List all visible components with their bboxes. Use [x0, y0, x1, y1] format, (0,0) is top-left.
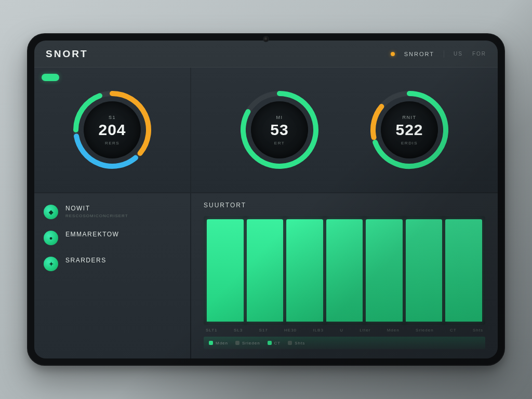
top-nav: SNRORT US For [391, 50, 486, 58]
gauge-2[interactable]: MI 53 ERT [238, 88, 321, 171]
legend-swatch-icon [235, 341, 240, 345]
nav-item-2[interactable]: For [472, 51, 486, 57]
gauge-panel-2: MI 53 ERT RNIT 522 ERDIS [191, 68, 498, 192]
dashboard-body: S1 204 RERS MI 53 ERT [34, 68, 498, 358]
axis-label: CT [450, 328, 457, 332]
screen: SNORT SNRORT US For S1 204 RERS [34, 41, 498, 358]
bar [247, 219, 284, 322]
legend-item[interactable]: Shts [288, 341, 305, 345]
chart-axis: SLT1SL3S17HE30ILB3ULtterMdenSrledenCTSht… [204, 325, 485, 332]
legend-item[interactable]: Srleden [235, 341, 260, 345]
legend-label: Mden [216, 341, 228, 345]
chart-panel: suurtort SLT1SL3S17HE30ILB3ULtterMdenSrl… [191, 193, 498, 358]
legend-swatch-icon [209, 341, 213, 345]
nav-separator [444, 50, 444, 58]
legend-item[interactable]: CT [268, 341, 281, 345]
sidebar-item-2[interactable]: ✦ SRARDERS [44, 257, 181, 271]
sidebar-item-0[interactable]: ◆ NOWIT RESCOSOMICONCRISERT [44, 205, 181, 219]
axis-label: Shts [473, 328, 483, 332]
gauge-1[interactable]: S1 204 RERS [71, 88, 154, 171]
axis-label: Mden [387, 328, 400, 332]
gauge-3[interactable]: RNIT 522 ERDIS [368, 88, 451, 171]
axis-label: S17 [259, 328, 268, 332]
axis-label: SL3 [234, 328, 243, 332]
list-icon-1: ● [44, 231, 58, 245]
tablet-device: SNORT SNRORT US For S1 204 RERS [27, 33, 505, 366]
list-icon-0: ◆ [44, 205, 58, 219]
list-text-1: Emmarektow [65, 231, 119, 240]
legend-label: Shts [295, 341, 305, 345]
brand-logo: SNORT [46, 48, 88, 60]
chart-legend: MdenSrledenCTShts [204, 337, 485, 349]
legend-item[interactable]: Mden [209, 341, 228, 345]
bar [326, 219, 363, 322]
header: SNORT SNRORT US For [34, 41, 498, 68]
list-title-2: SRARDERS [65, 257, 107, 264]
chart-area: SLT1SL3S17HE30ILB3ULtterMdenSrledenCTSht… [204, 216, 485, 349]
status-pill[interactable] [42, 74, 59, 81]
bar [207, 219, 244, 322]
legend-swatch-icon [288, 341, 292, 345]
sidebar-list: ◆ NOWIT RESCOSOMICONCRISERT ● Emmarektow… [34, 193, 190, 358]
axis-label: U [340, 328, 343, 332]
bar [286, 219, 323, 322]
legend-swatch-icon [268, 341, 272, 345]
bar [445, 219, 482, 322]
list-icon-2: ✦ [44, 257, 58, 271]
axis-label: ILB3 [313, 328, 323, 332]
status-dot-icon [391, 52, 395, 56]
sidebar-item-1[interactable]: ● Emmarektow [44, 231, 181, 245]
bar [406, 219, 443, 322]
list-title-0: NOWIT [65, 205, 128, 212]
gauge-panel-1: S1 204 RERS [34, 68, 190, 192]
bar-chart[interactable] [204, 216, 485, 325]
legend-label: CT [274, 341, 281, 345]
list-sub-0: RESCOSOMICONCRISERT [65, 214, 128, 218]
legend-label: Srleden [242, 341, 260, 345]
axis-label: Ltter [360, 328, 370, 332]
axis-label: SLT1 [206, 328, 218, 332]
bar [366, 219, 403, 322]
nav-item-1[interactable]: US [454, 51, 463, 57]
axis-label: HE30 [284, 328, 297, 332]
list-text-0: NOWIT RESCOSOMICONCRISERT [65, 205, 128, 218]
list-title-1: Emmarektow [65, 231, 119, 238]
list-text-2: SRARDERS [65, 257, 107, 265]
axis-label: Srleden [416, 328, 434, 332]
chart-title: suurtort [204, 202, 485, 209]
nav-item-0[interactable]: SNRORT [404, 51, 434, 57]
camera-dot [264, 37, 268, 41]
